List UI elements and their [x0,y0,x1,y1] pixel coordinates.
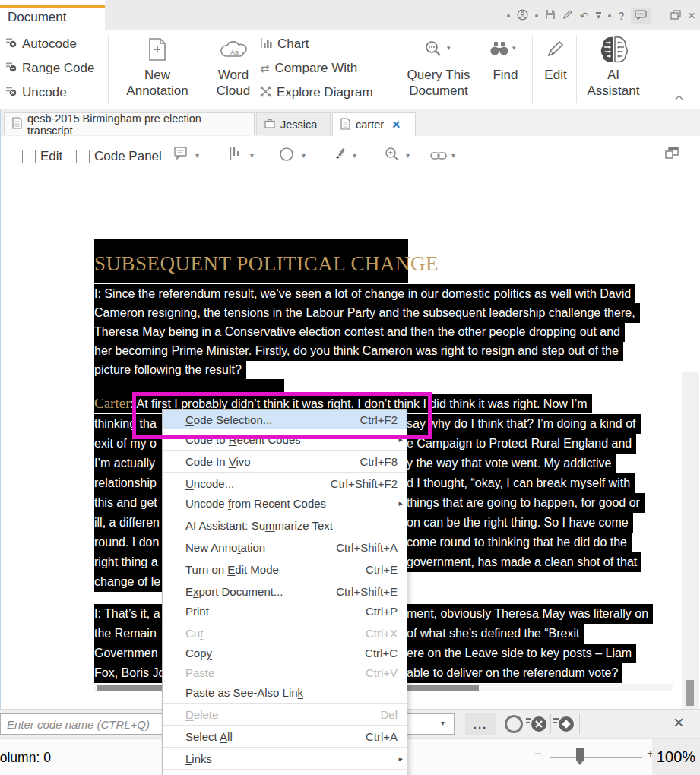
compare-with-button[interactable]: ⇄ Compare With [260,61,357,76]
query-this-document-button[interactable]: ▾ Query This Document [394,30,483,106]
menu-item-document-properties[interactable]: Document Properties...Ctrl+Shift+P [163,770,407,775]
menu-item-paste: PasteCtrl+V [163,663,407,682]
menu-separator [163,769,407,770]
menu-item-links[interactable]: Links▸ [163,748,407,768]
edit-checkbox-label: Edit [40,149,62,164]
code-panel-checkbox[interactable] [76,150,90,163]
chevron-down-icon[interactable]: ▾ [302,151,306,160]
menu-item-print[interactable]: PrintCtrl+P [163,601,407,621]
autocode-button[interactable]: Autocode [6,36,77,52]
svg-text:Aa: Aa [230,49,239,56]
divider [579,714,580,734]
collapse-ribbon-button[interactable] [675,90,683,103]
word-cloud-button[interactable]: Aa Word Cloud [210,30,257,106]
restore-button[interactable] [670,9,681,23]
ribbon: Autocode Range Code Uncode New Annotatio… [0,30,700,109]
minimize-button[interactable]: – [657,9,664,23]
word-cloud-icon: Aa [218,41,249,64]
menu-item-export-document[interactable]: Export Document...Ctrl+Shift+E [163,581,407,601]
code-panel-checkbox-label: Code Panel [94,149,162,164]
compare-with-icon: ⇄ [260,62,270,75]
code-selection-icon[interactable] [505,715,523,733]
context-menu: Code Selection...Ctrl+F2Code to Recent C… [162,409,407,775]
menu-item-cut: CutCtrl+X [163,623,407,643]
menu-item-paste-as-see-also-link[interactable]: Paste as See-Also Link [163,682,407,702]
menu-item-select-all[interactable]: Select AllCtrl+A [163,726,407,746]
divider [550,714,551,734]
menu-separator [163,472,407,473]
new-annotation-icon [147,38,168,64]
uncode-button[interactable]: Uncode [6,85,67,100]
explore-diagram-button[interactable]: Explore Diagram [260,85,373,100]
menu-item-turn-on-edit-mode[interactable]: Turn on Edit ModeCtrl+E [163,559,407,579]
annotation-icon[interactable] [174,147,188,163]
menu-item-code-in-vivo[interactable]: Code In VivoCtrl+F8 [163,451,407,471]
zoom-slider-thumb[interactable] [576,748,584,765]
zoom-icon[interactable] [385,147,400,165]
see-also-links-icon[interactable] [430,150,447,163]
feedback-icon[interactable] [631,8,651,24]
menu-separator [163,536,407,536]
vertical-scrollbar-thumb[interactable] [686,680,694,706]
tab-label: carter [356,119,384,131]
menu-separator [163,514,407,514]
zoom-percent[interactable]: 100% [652,739,700,775]
view-toolbar: Edit Code Panel ▾ ▾ ▾ ▾ ▾ ▾ [0,136,700,183]
close-button[interactable]: × [688,9,695,23]
edit-checkbox[interactable] [22,150,36,163]
titlebar: Document ↶ ▼ ? – × [0,0,700,30]
menu-item-delete: DeleteDel [163,704,407,724]
menu-separator [163,558,407,558]
ribbon-tab-document[interactable]: Document [0,0,105,30]
tab-qesb-2015-transcript[interactable]: qesb-2015 Birmingham pre election transc… [4,112,255,135]
autocode-icon [6,37,17,51]
menu-separator [163,725,407,726]
code-at-recent-icon[interactable] [553,714,575,737]
code-ring-icon[interactable] [279,147,294,165]
close-tab-icon[interactable]: × [392,119,401,131]
ai-assistant-button[interactable]: AI Assistant [581,30,646,106]
chevron-down-icon[interactable]: ▾ [451,151,455,160]
chart-icon [260,37,272,52]
chevron-down-icon[interactable]: ▾ [250,151,254,160]
zoom-slider[interactable] [550,757,642,758]
menu-separator [163,580,407,580]
accent-line [0,5,105,8]
customize-toolbar-icon[interactable]: ▼ [596,12,602,20]
menu-item-uncode-from-recent-codes[interactable]: Uncode from Recent Codes▸ [163,493,407,513]
edit-pencil-icon[interactable] [562,9,573,23]
dot-icon [507,14,510,17]
zoom-out-button[interactable]: − [534,747,542,762]
ribbon-tab-label: Document [8,10,66,25]
explore-diagram-icon [260,86,271,100]
save-icon[interactable] [545,9,556,23]
chart-button[interactable]: Chart [260,36,309,52]
chevron-down-icon[interactable]: ▾ [353,151,356,160]
menu-separator [163,703,407,704]
chevron-down-icon[interactable]: ▾ [406,151,410,160]
tab-carter[interactable]: carter × [332,112,416,136]
dot-icon [535,14,538,17]
new-annotation-button[interactable]: New Annotation [114,30,201,106]
menu-item-ai-assistant-summarize-text[interactable]: AI Assistant: Summarize Text [163,515,407,535]
chevron-down-icon[interactable]: ▾ [441,719,445,727]
chevron-down-icon[interactable]: ▾ [195,151,199,160]
menu-item-new-annotation[interactable]: New AnnotationCtrl+Shift+A [163,537,407,557]
uncode-at-recent-icon[interactable] [526,714,547,737]
float-window-icon[interactable] [665,147,679,162]
help-icon[interactable]: ? [618,9,624,23]
account-icon[interactable] [517,9,528,24]
tab-jessica[interactable]: Jessica [256,112,331,135]
close-quick-code-bar-icon[interactable]: × [673,712,684,733]
menu-item-uncode[interactable]: Uncode...Ctrl+Shift+F2 [163,473,407,493]
menu-separator [163,622,407,622]
menu-item-copy[interactable]: CopyCtrl+C [163,643,407,663]
range-code-button[interactable]: Range Code [6,61,94,76]
more-codes-button[interactable]: ... [465,713,496,735]
undo-icon[interactable]: ↶ [580,9,589,23]
highlight-icon[interactable] [333,147,347,163]
find-button[interactable]: ▾ Find [483,30,527,106]
edit-button[interactable]: Edit [537,30,575,106]
dot-icon [608,14,611,17]
coding-stripes-icon[interactable] [229,147,239,163]
